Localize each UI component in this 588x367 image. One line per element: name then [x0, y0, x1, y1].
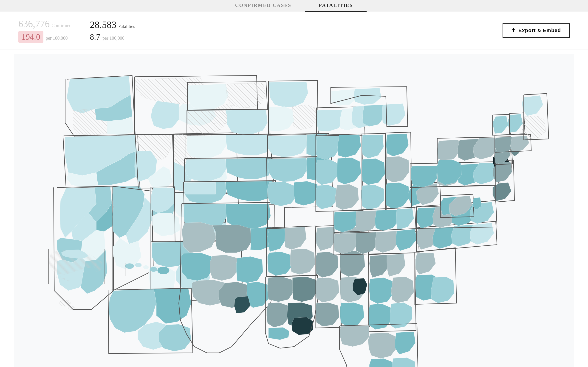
tab-group: CONFIRMED CASES FATALITIES: [221, 0, 367, 12]
export-embed-label: Export & Embed: [519, 27, 561, 33]
svg-point-174: [67, 280, 70, 281]
confirmed-number: 636,776: [18, 18, 50, 29]
svg-point-177: [135, 263, 141, 267]
svg-marker-28: [151, 101, 179, 129]
stats-bar: 636,776 Confirmed 194.0 per 100,000 28,5…: [0, 11, 588, 50]
confirmed-rate-label: per 100,000: [46, 35, 68, 41]
svg-point-176: [125, 263, 134, 269]
fatalities-rate-label: per 100,000: [103, 35, 124, 41]
map-container: [0, 50, 588, 367]
svg-rect-54: [184, 182, 216, 194]
svg-marker-47: [225, 110, 268, 134]
svg-point-178: [143, 265, 149, 269]
svg-point-173: [61, 278, 65, 280]
svg-marker-58: [212, 225, 252, 253]
svg-point-180: [157, 267, 169, 274]
export-area: ⬆ Export & Embed: [502, 23, 570, 38]
fatalities-label: Fatalities: [118, 24, 135, 29]
confirmed-stats: 636,776 Confirmed 194.0 per 100,000: [18, 18, 71, 43]
tab-fatalities[interactable]: FATALITIES: [305, 0, 367, 12]
svg-point-179: [150, 267, 157, 272]
tab-confirmed-cases[interactable]: CONFIRMED CASES: [221, 0, 305, 12]
us-map: [14, 54, 574, 367]
svg-point-172: [56, 276, 61, 278]
export-embed-button[interactable]: ⬆ Export & Embed: [502, 23, 570, 38]
top-navigation: CONFIRMED CASES FATALITIES: [0, 0, 588, 11]
confirmed-label: Confirmed: [52, 23, 72, 28]
svg-marker-45: [225, 83, 266, 108]
upload-icon: ⬆: [511, 27, 516, 33]
fatalities-rate: 8.7: [90, 32, 100, 42]
svg-marker-85: [268, 327, 289, 340]
fatalities-stats: 28,583 Fatalities 8.7 per 100,000: [90, 19, 135, 42]
fatalities-number: 28,583: [90, 19, 116, 30]
confirmed-rate: 194.0: [18, 31, 43, 43]
